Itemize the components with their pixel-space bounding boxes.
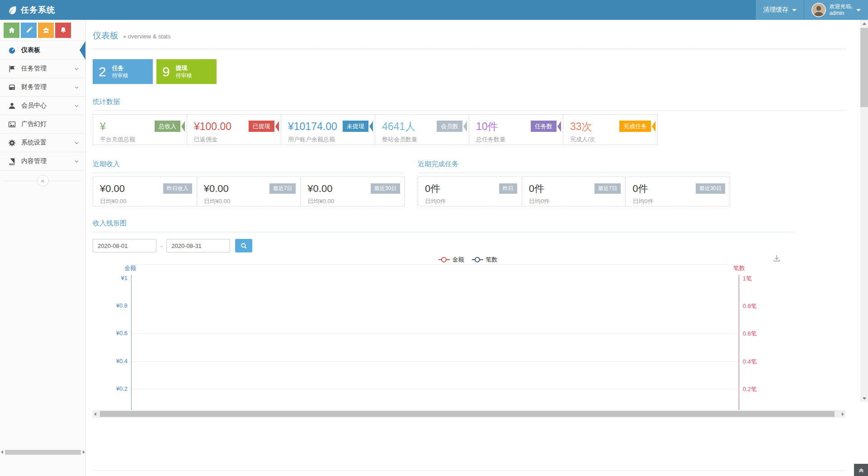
- sidebar-item-label: 仪表板: [21, 46, 40, 54]
- right-axis-tick: 0.6笔: [743, 330, 774, 338]
- left-axis-tick: ¥0.2: [93, 385, 127, 392]
- recent-income-boxes: ¥0.00 昨日收入 日均¥0.00 ¥0.00 最近7日 日均¥0.00 ¥0…: [93, 177, 405, 206]
- scroll-right-arrow-icon[interactable]: [83, 450, 85, 454]
- main-content: 仪表板 » overview & stats 2 任务 待审核 9 提现 待审核…: [86, 20, 860, 476]
- right-axis-tick: 0.2笔: [743, 385, 774, 393]
- breadcrumb-path: » overview & stats: [123, 33, 171, 40]
- scrollbar-thumb[interactable]: [100, 411, 835, 417]
- tasks-box-yesterday: 0件 昨日 日均0件: [418, 177, 522, 206]
- right-y-axis-line: [739, 275, 739, 410]
- sidebar-item-settings[interactable]: 系统设置: [0, 134, 85, 152]
- income-box-yesterday: ¥0.00 昨日收入 日均¥0.00: [93, 177, 197, 206]
- scroll-left-arrow-icon[interactable]: [94, 412, 96, 416]
- legend-item-amount[interactable]: 金额: [438, 256, 464, 264]
- pending-tasks-count: 2: [99, 64, 106, 79]
- legend-marker-icon: [438, 259, 449, 260]
- chart-legend: 金额 笔数: [438, 256, 497, 264]
- vertical-scrollbar[interactable]: [860, 20, 868, 402]
- clear-cache-button[interactable]: 清理缓存: [756, 0, 804, 20]
- app-logo[interactable]: 任务系统: [0, 0, 86, 20]
- ribbon-tail: [557, 121, 561, 132]
- ad-image-icon: [8, 121, 16, 128]
- user-menu-button[interactable]: 欢迎光临, admin: [804, 0, 868, 20]
- scroll-down-button[interactable]: [860, 395, 868, 402]
- scroll-right-arrow-icon[interactable]: [842, 412, 844, 416]
- stat-label: 整站会员数量: [382, 135, 464, 144]
- sidebar-item-finance[interactable]: 财务管理: [0, 78, 85, 97]
- edit-shortcut-button[interactable]: [21, 23, 37, 38]
- right-axis-tick: 0.8笔: [743, 302, 774, 310]
- card-title: 提现: [176, 64, 192, 72]
- chart-section-title: 收入线形图: [93, 219, 796, 232]
- box-sub: 日均¥0.00: [307, 197, 400, 205]
- chart-download-icon[interactable]: [773, 254, 781, 264]
- pencil-icon: [25, 27, 33, 34]
- dashboard-gauge-icon: [8, 47, 16, 54]
- settings-gear-icon: [8, 139, 16, 147]
- pending-withdrawals-count: 9: [162, 64, 170, 79]
- date-to-input[interactable]: [166, 239, 230, 252]
- back-to-top-button[interactable]: [854, 464, 868, 476]
- income-box-7days: ¥0.00 最近7日 日均¥0.00: [197, 177, 301, 206]
- gridline: [132, 333, 739, 334]
- search-icon: [241, 243, 247, 249]
- sidebar-collapse-button[interactable]: «: [37, 175, 49, 187]
- box-badge: 最近30日: [371, 183, 400, 194]
- sidebar-item-dashboard[interactable]: 仪表板: [0, 41, 85, 60]
- box-sub: 日均0件: [632, 197, 725, 205]
- ribbon-badge: 未提现: [343, 121, 373, 132]
- home-shortcut-button[interactable]: [4, 23, 19, 38]
- ribbon-tail: [275, 121, 279, 132]
- chevron-down-icon: [74, 103, 79, 108]
- sidebar-horizontal-scrollbar[interactable]: [0, 448, 86, 456]
- sidebar-item-content[interactable]: 内容管理: [0, 152, 85, 171]
- sidebar-item-members[interactable]: 会员中心: [0, 97, 85, 115]
- ribbon-tail: [181, 121, 185, 132]
- sidebar-item-label: 财务管理: [21, 83, 47, 91]
- scrollbar-thumb[interactable]: [860, 28, 868, 107]
- date-from-input[interactable]: [93, 239, 156, 252]
- sidebar-item-tasks[interactable]: 任务管理: [0, 60, 85, 78]
- gridline: [132, 389, 739, 389]
- box-badge: 最近7日: [269, 183, 296, 194]
- caret-down-icon: [856, 9, 861, 11]
- legend-item-count[interactable]: 笔数: [472, 256, 497, 264]
- sidebar-item-ads[interactable]: 广告幻灯: [0, 115, 85, 134]
- legend-marker-icon: [472, 259, 483, 260]
- scrollbar-thumb[interactable]: [5, 450, 81, 455]
- sidebar-collapse-row: «: [0, 173, 85, 189]
- sidebar-item-label: 任务管理: [21, 65, 47, 73]
- chevron-down-icon: [74, 85, 79, 90]
- right-axis-tick: 0.4笔: [743, 358, 774, 366]
- box-badge: 最近30日: [696, 183, 725, 194]
- ribbon-badge: 会员数: [437, 121, 467, 132]
- box-badge: 昨日收入: [163, 183, 192, 194]
- bell-icon: [60, 27, 67, 34]
- card-subtitle: 待审核: [112, 72, 128, 79]
- scroll-up-arrow-icon: [863, 23, 866, 25]
- sidebar-item-label: 内容管理: [21, 157, 47, 165]
- stat-completed: 33次 完成任务 完成人/次: [563, 115, 657, 145]
- scroll-up-button[interactable]: [860, 20, 868, 27]
- footer: © 任务系统 - 源码来自阿奇源码： www.hnymwl.com: [93, 470, 845, 476]
- scroll-left-arrow-icon[interactable]: [1, 450, 3, 454]
- chart-horizontal-scrollbar[interactable]: [93, 410, 845, 418]
- breadcrumb-current[interactable]: 仪表板: [93, 30, 118, 42]
- members-shortcut-button[interactable]: [38, 23, 54, 38]
- ribbon-tail: [369, 121, 373, 132]
- stat-members: 4641人 会员数 整站会员数量: [375, 115, 469, 145]
- welcome-text: 欢迎光临,: [830, 3, 853, 9]
- scroll-down-arrow-icon: [863, 397, 866, 400]
- recent-income-title: 近期收入: [93, 160, 405, 173]
- card-subtitle: 待审核: [176, 72, 192, 79]
- leaf-icon: [8, 5, 17, 14]
- sidebar-item-label: 系统设置: [21, 139, 47, 147]
- chevron-down-icon: [74, 66, 79, 71]
- pending-withdrawals-card[interactable]: 9 提现 待审核: [156, 59, 217, 84]
- notifications-shortcut-button[interactable]: [55, 23, 71, 38]
- chart-search-button[interactable]: [235, 239, 252, 252]
- box-sub: 日均0件: [425, 197, 517, 205]
- recent-tasks-title: 近期完成任务: [418, 160, 730, 173]
- left-axis-title: 金额: [117, 264, 144, 272]
- pending-tasks-card[interactable]: 2 任务 待审核: [93, 59, 153, 84]
